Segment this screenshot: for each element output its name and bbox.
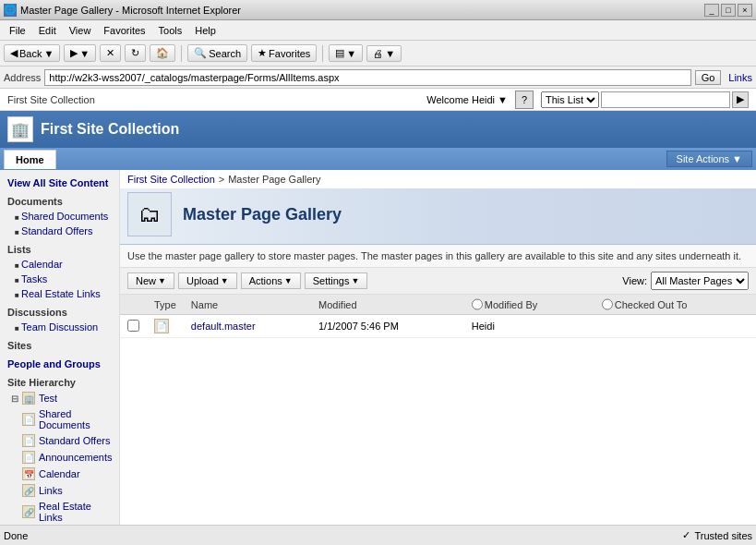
row-modified-by-cell: Heidi: [464, 315, 594, 338]
this-list-select[interactable]: This List: [541, 91, 599, 108]
menu-file[interactable]: File: [4, 23, 31, 38]
hierarchy-announcements[interactable]: 📄 Announcements: [0, 449, 119, 466]
search-ie-button[interactable]: 🔍 Search: [187, 44, 247, 62]
row-checked-out-cell: [594, 315, 756, 338]
gallery-icon: 🗂: [138, 201, 161, 227]
sidebar-item-shared-docs[interactable]: Shared Documents: [0, 209, 119, 224]
menu-help[interactable]: Help: [189, 23, 222, 38]
menu-edit[interactable]: Edit: [33, 23, 62, 38]
tools-ie-button[interactable]: ▤ ▼: [329, 44, 363, 62]
welcome-text[interactable]: Welcome Heidi ▼: [426, 94, 508, 105]
sp-main-area: View All Site Content Documents Shared D…: [0, 170, 756, 525]
hierarchy-root[interactable]: ⊟ 🏢 Test: [0, 390, 119, 406]
sidebar-item-team-discussion[interactable]: Team Discussion: [0, 320, 119, 334]
refresh-icon: ↻: [131, 47, 139, 59]
restore-button[interactable]: □: [721, 4, 736, 17]
forward-button[interactable]: ▶ ▼: [64, 44, 96, 62]
upload-arrow: ▼: [221, 276, 229, 285]
table-header-row: Type Name Modified Modified By Checked O…: [120, 295, 756, 315]
col-radio: [120, 295, 147, 315]
back-button[interactable]: ◀ Back ▼: [4, 44, 60, 62]
ie-icon: 🌐: [4, 4, 17, 17]
view-all-content-link[interactable]: View All Site Content: [0, 174, 119, 190]
checked-out-radio[interactable]: [602, 298, 613, 310]
favorites-icon: ★: [258, 47, 267, 59]
sidebar-item-calendar[interactable]: Calendar: [0, 257, 119, 272]
menu-tools[interactable]: Tools: [153, 23, 188, 38]
modified-by-radio[interactable]: [472, 298, 483, 310]
row-radio-cell: [120, 315, 147, 338]
site-logo: 🏢: [7, 116, 33, 142]
sp-sidebar: View All Site Content Documents Shared D…: [0, 170, 120, 525]
status-text: Done: [4, 530, 28, 541]
file-name-link[interactable]: default.master: [191, 321, 256, 332]
sp-top-site-name: First Site Collection: [7, 94, 95, 105]
breadcrumb-home-link[interactable]: First Site Collection: [127, 174, 215, 185]
refresh-button[interactable]: ↻: [125, 44, 146, 62]
list-toolbar-left: New ▼ Upload ▼ Actions ▼ Settings ▼: [127, 272, 367, 289]
tools-icon: ▤: [335, 47, 344, 59]
row-name-cell[interactable]: default.master: [184, 315, 311, 338]
col-name[interactable]: Name: [184, 295, 311, 315]
menu-view[interactable]: View: [64, 23, 97, 38]
hierarchy-links[interactable]: 🔗 Links: [0, 482, 119, 499]
site-hierarchy-title: Site Hierarchy: [0, 371, 119, 390]
toolbar-separator-2: [322, 45, 323, 62]
favorites-button[interactable]: ★ Favorites: [251, 44, 317, 62]
row-modified-cell: 1/1/2007 5:46 PM: [311, 315, 464, 338]
hierarchy-calendar[interactable]: 📅 Calendar: [0, 466, 119, 482]
sidebar-item-tasks[interactable]: Tasks: [0, 272, 119, 286]
list-icon: 📅: [22, 467, 35, 480]
tools-arrow: ▼: [346, 48, 356, 59]
col-checked-out-to: Checked Out To: [594, 295, 756, 315]
status-bar: Done ✓ Trusted sites: [0, 525, 756, 545]
print-button[interactable]: 🖨 ▼: [366, 45, 402, 62]
go-button[interactable]: Go: [695, 70, 722, 85]
help-icon-button[interactable]: ?: [515, 91, 534, 109]
sp-top-bar: First Site Collection Welcome Heidi ▼ ? …: [0, 89, 756, 111]
sidebar-item-standard-offers[interactable]: Standard Offers: [0, 224, 119, 238]
list-icon: 📄: [22, 434, 35, 447]
people-groups-title[interactable]: People and Groups: [0, 353, 119, 371]
site-actions-button[interactable]: Site Actions ▼: [666, 151, 752, 167]
list-icon: 📄: [22, 451, 35, 464]
row-checkbox[interactable]: [127, 320, 139, 332]
site-title-text[interactable]: First Site Collection: [41, 121, 179, 138]
page-title: Master Page Gallery: [183, 205, 342, 224]
col-modified[interactable]: Modified: [311, 295, 464, 315]
list-icon: 🔗: [22, 505, 35, 518]
upload-button[interactable]: Upload ▼: [178, 272, 237, 289]
close-button[interactable]: ×: [738, 4, 752, 17]
title-bar: 🌐 Master Page Gallery - Microsoft Intern…: [0, 0, 756, 20]
sp-nav-bar: Home Site Actions ▼: [0, 148, 756, 170]
hierarchy-shared-docs[interactable]: 📄 Shared Documents: [0, 406, 119, 432]
sp-top-search-button[interactable]: ▶: [732, 91, 749, 108]
new-button[interactable]: New ▼: [127, 272, 174, 289]
hierarchy-standard-offers[interactable]: 📄 Standard Offers: [0, 432, 119, 449]
home-tab[interactable]: Home: [4, 150, 56, 169]
file-type-icon: 📄: [154, 319, 169, 333]
page-description: Use the master page gallery to store mas…: [127, 250, 741, 261]
settings-arrow: ▼: [351, 276, 359, 285]
forward-icon: ▶: [70, 47, 78, 59]
settings-button[interactable]: Settings ▼: [305, 272, 368, 289]
stop-button[interactable]: ✕: [100, 44, 121, 62]
menu-favorites[interactable]: Favorites: [98, 23, 150, 38]
breadcrumb-current: Master Page Gallery: [228, 174, 320, 185]
sidebar-item-real-estate-links[interactable]: Real Estate Links: [0, 286, 119, 301]
sp-top-search-input[interactable]: [601, 91, 730, 108]
actions-button[interactable]: Actions ▼: [241, 272, 301, 289]
discussions-section-title: Discussions: [0, 301, 119, 320]
hierarchy-real-estate-links[interactable]: 🔗 Real Estate Links: [0, 499, 119, 525]
view-select[interactable]: All Master Pages: [651, 272, 749, 290]
new-arrow: ▼: [158, 276, 166, 285]
address-input[interactable]: [44, 69, 690, 86]
links-label[interactable]: Links: [728, 72, 752, 83]
list-icon: 📄: [22, 413, 35, 426]
logo-icon: 🏢: [11, 121, 30, 139]
page-title-area: 🗂 Master Page Gallery: [120, 188, 756, 245]
minimize-button[interactable]: _: [704, 4, 719, 17]
list-toolbar: New ▼ Upload ▼ Actions ▼ Settings ▼ View…: [120, 268, 756, 295]
list-icon: 🔗: [22, 484, 35, 497]
home-ie-button[interactable]: 🏠: [150, 44, 175, 62]
